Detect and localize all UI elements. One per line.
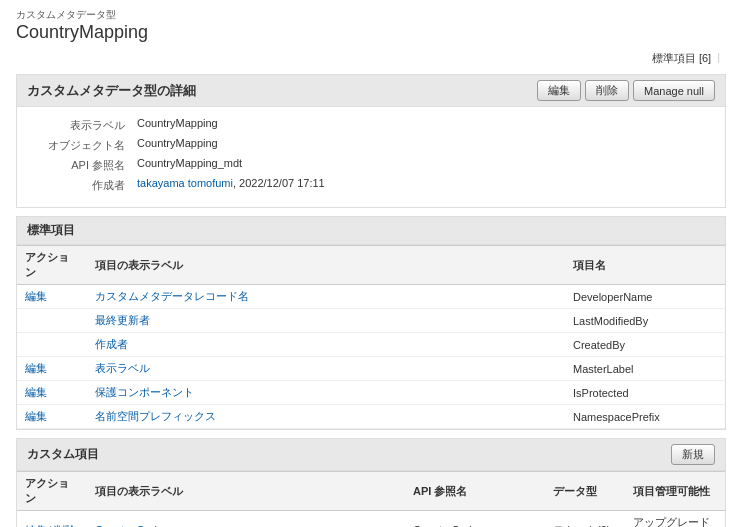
detail-panel: カスタムメタデータ型の詳細 編集 削除 Manage null 表示ラベル Co… — [16, 74, 726, 208]
custom-manageability-cell: アップグレード可能 — [625, 511, 725, 528]
th-type-custom: データ型 — [545, 472, 625, 511]
standard-fields-title: 標準項目 — [27, 222, 75, 239]
custom-fields-table: アクション 項目の表示ラベル API 参照名 データ型 項目管理可能性 編集|削… — [17, 471, 725, 527]
delete-button[interactable]: 削除 — [585, 80, 629, 101]
custom-api-cell: CountryCode_c — [405, 511, 545, 528]
standard-edit-link[interactable]: 編集 — [25, 290, 47, 302]
standard-field-label-link[interactable]: カスタムメタデータレコード名 — [95, 290, 249, 302]
standard-action-cell: 編集 — [17, 405, 87, 429]
standard-action-cell — [17, 333, 87, 357]
new-custom-field-button[interactable]: 新規 — [671, 444, 715, 465]
custom-label-cell: Country Code — [87, 511, 405, 528]
detail-row-object-name: オブジェクト名 CountryMapping — [37, 137, 705, 153]
table-row: 作成者CreatedBy — [17, 333, 725, 357]
custom-fields-title: カスタム項目 — [27, 446, 99, 463]
standard-fields-header: 標準項目 — [17, 217, 725, 245]
label-created-by: 作成者 — [37, 177, 137, 193]
action-separator: | — [49, 524, 52, 528]
standard-fields-table: アクション 項目の表示ラベル 項目名 編集カスタムメタデータレコード名Devel… — [17, 245, 725, 429]
standard-label-cell: 名前空間プレフィックス — [87, 405, 565, 429]
th-action-standard: アクション — [17, 246, 87, 285]
table-row: 編集名前空間プレフィックスNamespacePrefix — [17, 405, 725, 429]
th-name-standard: 項目名 — [565, 246, 725, 285]
custom-fields-header: カスタム項目 新規 — [17, 439, 725, 471]
top-right-links: 標準項目 [6] | — [0, 47, 742, 70]
page-type-label: カスタムメタデータ型 — [16, 8, 726, 22]
standard-label-cell: 作成者 — [87, 333, 565, 357]
standard-field-name-cell: NamespacePrefix — [565, 405, 725, 429]
value-display-label: CountryMapping — [137, 117, 218, 133]
created-by-link[interactable]: takayama tomofumi — [137, 177, 233, 189]
standard-label-cell: 保護コンポーネント — [87, 381, 565, 405]
standard-edit-link[interactable]: 編集 — [25, 386, 47, 398]
custom-edit-link[interactable]: 編集 — [25, 524, 47, 528]
th-label-custom: 項目の表示ラベル — [87, 472, 405, 511]
standard-label-cell: カスタムメタデータレコード名 — [87, 285, 565, 309]
standard-fields-text: 標準項目 — [652, 52, 696, 64]
custom-fields-section: カスタム項目 新規 アクション 項目の表示ラベル API 参照名 データ型 項目… — [16, 438, 726, 527]
standard-field-name-cell: CreatedBy — [565, 333, 725, 357]
th-manage-custom: 項目管理可能性 — [625, 472, 725, 511]
label-api-name: API 参照名 — [37, 157, 137, 173]
manage-null-button[interactable]: Manage null — [633, 80, 715, 101]
value-created-by: takayama tomofumi, 2022/12/07 17:11 — [137, 177, 325, 193]
table-row: 編集|削除Country CodeCountryCode_cテキスト(3)アップ… — [17, 511, 725, 528]
page-header: カスタムメタデータ型 CountryMapping — [0, 0, 742, 47]
table-row: 編集表示ラベルMasterLabel — [17, 357, 725, 381]
detail-body: 表示ラベル CountryMapping オブジェクト名 CountryMapp… — [17, 107, 725, 207]
custom-fields-thead-row: アクション 項目の表示ラベル API 参照名 データ型 項目管理可能性 — [17, 472, 725, 511]
standard-field-name-cell: MasterLabel — [565, 357, 725, 381]
standard-action-cell — [17, 309, 87, 333]
th-action-custom: アクション — [17, 472, 87, 511]
detail-panel-title: カスタムメタデータ型の詳細 — [27, 82, 196, 100]
standard-fields-thead-row: アクション 項目の表示ラベル 項目名 — [17, 246, 725, 285]
standard-field-label-link[interactable]: 最終更新者 — [95, 314, 150, 326]
standard-label-cell: 表示ラベル — [87, 357, 565, 381]
table-row: 編集カスタムメタデータレコード名DeveloperName — [17, 285, 725, 309]
detail-panel-header: カスタムメタデータ型の詳細 編集 削除 Manage null — [17, 75, 725, 107]
standard-field-label-link[interactable]: 保護コンポーネント — [95, 386, 194, 398]
detail-row-display-label: 表示ラベル CountryMapping — [37, 117, 705, 133]
standard-field-label-link[interactable]: 表示ラベル — [95, 362, 150, 374]
detail-panel-buttons: 編集 削除 Manage null — [537, 80, 715, 101]
standard-label-cell: 最終更新者 — [87, 309, 565, 333]
value-api-name: CountryMapping_mdt — [137, 157, 242, 173]
table-row: 編集保護コンポーネントIsProtected — [17, 381, 725, 405]
th-api-custom: API 参照名 — [405, 472, 545, 511]
table-row: 最終更新者LastModifiedBy — [17, 309, 725, 333]
standard-field-label-link[interactable]: 名前空間プレフィックス — [95, 410, 216, 422]
standard-action-cell: 編集 — [17, 381, 87, 405]
value-object-name: CountryMapping — [137, 137, 218, 153]
detail-row-created-by: 作成者 takayama tomofumi, 2022/12/07 17:11 — [37, 177, 705, 193]
standard-field-label-link[interactable]: 作成者 — [95, 338, 128, 350]
label-object-name: オブジェクト名 — [37, 137, 137, 153]
custom-action-cell: 編集|削除 — [17, 511, 87, 528]
standard-field-name-cell: DeveloperName — [565, 285, 725, 309]
th-label-standard: 項目の表示ラベル — [87, 246, 565, 285]
label-display-label: 表示ラベル — [37, 117, 137, 133]
custom-delete-link[interactable]: 削除 — [54, 524, 76, 528]
page-title: CountryMapping — [16, 22, 726, 43]
standard-fields-link-text: 標準項目 [6] — [652, 51, 711, 66]
standard-fields-section: 標準項目 アクション 項目の表示ラベル 項目名 編集カスタムメタデータレコード名… — [16, 216, 726, 430]
standard-field-name-cell: IsProtected — [565, 381, 725, 405]
standard-edit-link[interactable]: 編集 — [25, 410, 47, 422]
standard-action-cell: 編集 — [17, 357, 87, 381]
edit-button[interactable]: 編集 — [537, 80, 581, 101]
pipe-separator: | — [717, 51, 720, 66]
standard-field-name-cell: LastModifiedBy — [565, 309, 725, 333]
detail-row-api-name: API 参照名 CountryMapping_mdt — [37, 157, 705, 173]
standard-fields-count: [6] — [699, 52, 711, 64]
standard-action-cell: 編集 — [17, 285, 87, 309]
standard-edit-link[interactable]: 編集 — [25, 362, 47, 374]
custom-type-cell: テキスト(3) — [545, 511, 625, 528]
